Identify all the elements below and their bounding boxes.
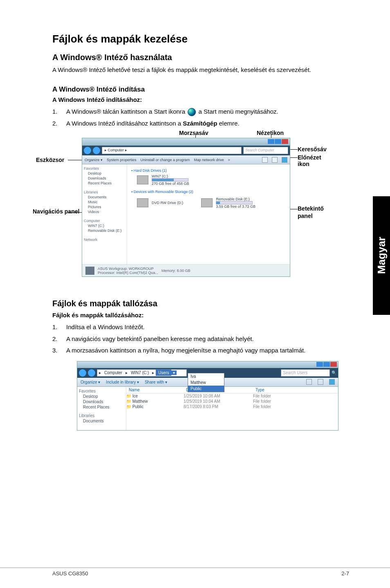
- nav-libraries[interactable]: Libraries: [84, 190, 125, 195]
- help-button[interactable]: [282, 157, 287, 163]
- section-browse-title: Fájlok és mappák tallózása: [52, 299, 349, 308]
- share-button[interactable]: Share with ▾: [145, 380, 167, 384]
- dropdown-item[interactable]: Iva: [188, 373, 224, 379]
- dvd-icon: [137, 198, 148, 207]
- nav-videos[interactable]: Videos: [84, 209, 125, 214]
- list-item[interactable]: 📁 Matthew 1/25/2019 10:04 AM File folder: [126, 399, 338, 404]
- view-button[interactable]: [262, 157, 268, 163]
- breadcrumb[interactable]: ▸ Computer ▸: [102, 147, 242, 154]
- preview-pane-button[interactable]: [318, 379, 323, 385]
- callout-breadcrumb: Morzsasáv: [179, 130, 208, 136]
- sysprops-button[interactable]: System properties: [107, 158, 137, 162]
- nav-desktop[interactable]: Desktop: [84, 171, 125, 176]
- nav-downloads[interactable]: Downloads: [79, 399, 124, 404]
- page-footer: ASUS CG8350 2-7: [0, 568, 390, 577]
- nav-removable[interactable]: Removable Disk (E:): [84, 228, 125, 233]
- search-input[interactable]: Search Users: [281, 369, 330, 377]
- drive-bar: [152, 178, 188, 182]
- step-number: 2.: [52, 119, 66, 128]
- drive-item[interactable]: WIN7 (C:) 270 GB free of 458 GB: [137, 174, 286, 186]
- back-button[interactable]: [84, 147, 91, 154]
- step-number: 1.: [52, 323, 66, 332]
- step1-b: a Start menü megnyitásához.: [199, 108, 278, 115]
- nav-network[interactable]: Network: [84, 237, 125, 242]
- search-input[interactable]: Search Computer: [243, 147, 288, 154]
- organize-button[interactable]: Organize ▾: [81, 380, 100, 384]
- help-button[interactable]: [329, 379, 335, 385]
- breadcrumb-item[interactable]: Computer: [103, 370, 124, 375]
- navigation-pane: Favorites Desktop Downloads Recent Place…: [82, 164, 127, 264]
- removable-name: Removable Disk (E:): [216, 197, 256, 201]
- footer-pagenum: 2-7: [341, 570, 349, 577]
- status-bar: ASUS Workgroup: WORKGROUP Processor: Int…: [82, 264, 290, 276]
- nav-favorites[interactable]: Favorites: [79, 388, 124, 394]
- nav-documents[interactable]: Documents: [79, 418, 124, 424]
- forward-button[interactable]: [93, 147, 100, 154]
- file-list: Name Date modified Type 📁 Ice 1/25/2019 …: [126, 387, 338, 430]
- step2-b: elemre.: [217, 120, 239, 127]
- removable-item[interactable]: Removable Disk (E:) 3.59 GB free of 3.72…: [201, 197, 256, 209]
- nav-downloads[interactable]: Downloads: [84, 176, 125, 181]
- explorer-users-figure: ▸Computer ▸WIN7 (C:) ▸Users▾ Iva Matthew…: [77, 361, 338, 431]
- computer-icon: [85, 267, 94, 275]
- col-type[interactable]: Type: [253, 388, 290, 392]
- browse-step2: A navigációs vagy betekintő panelben ker…: [66, 334, 349, 344]
- status-processor: Processor: Intel(R) Core(TM)2 Qua...: [98, 271, 158, 275]
- browse-step3: A morzsasávon kattintson a nyílra, hogy …: [66, 346, 349, 355]
- breadcrumb-item-selected[interactable]: Users: [156, 370, 171, 376]
- uninstall-button[interactable]: Uninstall or change a program: [141, 158, 190, 162]
- language-tab: Magyar: [373, 196, 390, 315]
- navigation-pane: Favorites Desktop Downloads Recent Place…: [77, 387, 126, 430]
- breadcrumb-item[interactable]: WIN7 (C:): [129, 370, 150, 375]
- forward-button[interactable]: [88, 369, 95, 377]
- view-button[interactable]: [306, 379, 312, 385]
- explorer-computer-figure: Morzsasáv Nézetikon Eszközsor Navigációs…: [44, 130, 330, 286]
- callout-toolbar: Eszközsor: [36, 157, 64, 163]
- callout-previewicon: Előnézet ikon: [298, 154, 330, 167]
- nav-recent[interactable]: Recent Places: [84, 181, 125, 186]
- nav-music[interactable]: Music: [84, 200, 125, 204]
- callout-viewicon: Nézetikon: [257, 130, 284, 136]
- removable-info: 3.59 GB free of 3.72 GB: [216, 204, 256, 209]
- nav-computer[interactable]: Computer: [84, 218, 125, 223]
- dropdown-item-hover[interactable]: Public: [188, 386, 224, 392]
- breadcrumb[interactable]: ▸Computer ▸WIN7 (C:) ▸Users▾: [97, 369, 187, 377]
- nav-favorites[interactable]: Favorites: [84, 166, 125, 171]
- list-item[interactable]: 📁 Public 8/17/2009 8:03 PM File folder: [126, 404, 338, 409]
- breadcrumb-dropdown[interactable]: Iva Matthew Public: [188, 373, 224, 392]
- nav-libraries[interactable]: Libraries: [79, 413, 124, 418]
- dvd-name: DVD RW Drive (D:): [152, 201, 183, 205]
- toolbar-more[interactable]: »: [228, 158, 230, 162]
- col-name[interactable]: Name: [126, 388, 184, 392]
- explorer-window: ▸ Computer ▸ Search Computer Organize ▾ …: [82, 138, 290, 277]
- drive-info: 270 GB free of 458 GB: [152, 182, 189, 186]
- step-number: 2.: [52, 334, 66, 344]
- content-pane: ▪ Hard Disk Drives (1) WIN7 (C:) 270 GB …: [127, 164, 290, 264]
- nav-pictures[interactable]: Pictures: [84, 204, 125, 209]
- nav-recent[interactable]: Recent Places: [79, 404, 124, 410]
- column-headers[interactable]: Name Date modified Type: [126, 387, 338, 393]
- dropdown-item[interactable]: Matthew: [188, 379, 224, 386]
- language-label: Magyar: [375, 237, 388, 274]
- footer-model: ASUS CG8350: [52, 570, 88, 577]
- back-button[interactable]: [79, 369, 86, 377]
- list-item[interactable]: 📁 Ice 1/25/2019 10:08 AM File folder: [126, 393, 338, 399]
- organize-button[interactable]: Organize ▾: [85, 158, 103, 162]
- nav-localdisk[interactable]: WIN7 (C:): [84, 223, 125, 228]
- step-number: 1.: [52, 107, 66, 117]
- step1-a: A Windows® tálcán kattintson a Start iko…: [66, 108, 185, 115]
- window-buttons[interactable]: [267, 139, 288, 145]
- breadcrumb-item[interactable]: Computer: [108, 148, 124, 152]
- preview-pane-button[interactable]: [272, 157, 278, 163]
- nav-documents[interactable]: Documents: [84, 195, 125, 200]
- nav-desktop[interactable]: Desktop: [79, 394, 124, 399]
- dvd-item[interactable]: DVD RW Drive (D:): [137, 197, 183, 209]
- step1-text: A Windows® tálcán kattintson a Start iko…: [66, 107, 349, 117]
- window-titlebar: [82, 138, 290, 146]
- browse-step1: Indítsa el a Windows Intézőt.: [66, 323, 349, 332]
- callout-previewpane: Betekintő panel: [298, 205, 330, 220]
- drive-icon: [137, 175, 148, 184]
- section-start-title: A Windows® Intéző indítása: [52, 85, 349, 94]
- include-library-button[interactable]: Include in library ▾: [106, 380, 139, 384]
- mapdrive-button[interactable]: Map network drive: [194, 158, 224, 162]
